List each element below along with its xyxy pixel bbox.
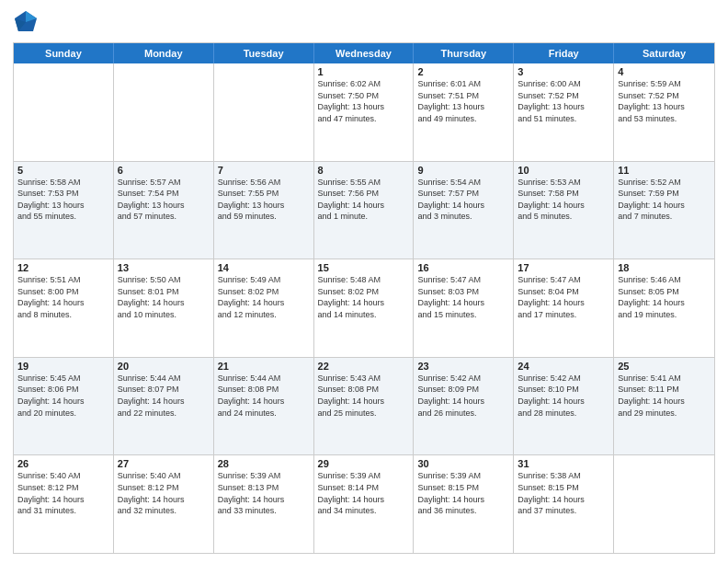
cell-info: Sunrise: 5:39 AM Sunset: 8:15 PM Dayligh… <box>417 470 509 516</box>
day-number: 13 <box>118 262 210 273</box>
header-cell-saturday: Saturday <box>614 43 714 63</box>
calendar-cell: 11Sunrise: 5:52 AM Sunset: 7:59 PM Dayli… <box>614 162 714 259</box>
cell-info: Sunrise: 5:58 AM Sunset: 7:53 PM Dayligh… <box>17 177 109 223</box>
day-number: 14 <box>218 262 310 273</box>
day-number: 28 <box>218 458 310 469</box>
cell-info: Sunrise: 5:49 AM Sunset: 8:02 PM Dayligh… <box>218 274 310 320</box>
calendar-cell: 31Sunrise: 5:38 AM Sunset: 8:15 PM Dayli… <box>514 455 614 553</box>
cell-info: Sunrise: 5:43 AM Sunset: 8:08 PM Dayligh… <box>318 373 410 419</box>
header-cell-wednesday: Wednesday <box>314 43 415 63</box>
calendar-row-4: 19Sunrise: 5:45 AM Sunset: 8:06 PM Dayli… <box>14 358 714 456</box>
cell-info: Sunrise: 5:54 AM Sunset: 7:57 PM Dayligh… <box>417 177 509 223</box>
day-number: 29 <box>318 458 410 469</box>
day-number: 16 <box>417 262 509 273</box>
calendar-cell: 14Sunrise: 5:49 AM Sunset: 8:02 PM Dayli… <box>214 259 314 357</box>
day-number: 3 <box>518 66 609 77</box>
calendar-cell: 23Sunrise: 5:42 AM Sunset: 8:09 PM Dayli… <box>414 358 514 455</box>
cell-info: Sunrise: 6:02 AM Sunset: 7:50 PM Dayligh… <box>318 78 410 124</box>
calendar-cell: 2Sunrise: 6:01 AM Sunset: 7:51 PM Daylig… <box>414 63 514 161</box>
calendar-cell: 24Sunrise: 5:42 AM Sunset: 8:10 PM Dayli… <box>514 358 614 455</box>
calendar-header-row: SundayMondayTuesdayWednesdayThursdayFrid… <box>14 43 714 63</box>
day-number: 7 <box>218 165 310 176</box>
day-number: 25 <box>618 361 711 372</box>
calendar-cell: 3Sunrise: 6:00 AM Sunset: 7:52 PM Daylig… <box>514 63 614 161</box>
calendar-cell: 19Sunrise: 5:45 AM Sunset: 8:06 PM Dayli… <box>14 358 114 455</box>
calendar-cell: 20Sunrise: 5:44 AM Sunset: 8:07 PM Dayli… <box>114 358 214 455</box>
day-number: 20 <box>118 361 210 372</box>
day-number: 12 <box>17 262 109 273</box>
day-number: 27 <box>118 458 210 469</box>
day-number: 8 <box>318 165 410 176</box>
logo-icon <box>13 9 39 35</box>
calendar-row-2: 5Sunrise: 5:58 AM Sunset: 7:53 PM Daylig… <box>14 162 714 260</box>
cell-info: Sunrise: 5:38 AM Sunset: 8:15 PM Dayligh… <box>518 470 609 516</box>
day-number: 24 <box>518 361 609 372</box>
header-cell-friday: Friday <box>514 43 614 63</box>
cell-info: Sunrise: 5:53 AM Sunset: 7:58 PM Dayligh… <box>518 177 609 223</box>
day-number: 10 <box>518 165 609 176</box>
calendar-cell: 5Sunrise: 5:58 AM Sunset: 7:53 PM Daylig… <box>14 162 114 259</box>
day-number: 1 <box>318 66 410 77</box>
calendar-row-1: 1Sunrise: 6:02 AM Sunset: 7:50 PM Daylig… <box>14 63 714 162</box>
calendar-cell <box>614 455 714 553</box>
day-number: 11 <box>618 165 711 176</box>
calendar-cell: 16Sunrise: 5:47 AM Sunset: 8:03 PM Dayli… <box>414 259 514 357</box>
cell-info: Sunrise: 5:47 AM Sunset: 8:03 PM Dayligh… <box>417 274 509 320</box>
cell-info: Sunrise: 5:39 AM Sunset: 8:14 PM Dayligh… <box>318 470 410 516</box>
cell-info: Sunrise: 5:44 AM Sunset: 8:08 PM Dayligh… <box>218 373 310 419</box>
calendar-cell: 12Sunrise: 5:51 AM Sunset: 8:00 PM Dayli… <box>14 259 114 357</box>
calendar-cell: 9Sunrise: 5:54 AM Sunset: 7:57 PM Daylig… <box>414 162 514 259</box>
calendar-cell <box>14 63 114 161</box>
calendar-cell: 10Sunrise: 5:53 AM Sunset: 7:58 PM Dayli… <box>514 162 614 259</box>
day-number: 23 <box>417 361 509 372</box>
header-cell-sunday: Sunday <box>14 43 114 63</box>
day-number: 21 <box>218 361 310 372</box>
cell-info: Sunrise: 6:01 AM Sunset: 7:51 PM Dayligh… <box>417 78 509 124</box>
day-number: 30 <box>417 458 509 469</box>
day-number: 5 <box>17 165 109 176</box>
calendar-cell: 8Sunrise: 5:55 AM Sunset: 7:56 PM Daylig… <box>314 162 415 259</box>
cell-info: Sunrise: 5:47 AM Sunset: 8:04 PM Dayligh… <box>518 274 609 320</box>
cell-info: Sunrise: 5:56 AM Sunset: 7:55 PM Dayligh… <box>218 177 310 223</box>
cell-info: Sunrise: 5:45 AM Sunset: 8:06 PM Dayligh… <box>17 373 109 419</box>
calendar-row-5: 26Sunrise: 5:40 AM Sunset: 8:12 PM Dayli… <box>14 455 714 553</box>
calendar-cell: 18Sunrise: 5:46 AM Sunset: 8:05 PM Dayli… <box>614 259 714 357</box>
cell-info: Sunrise: 5:42 AM Sunset: 8:09 PM Dayligh… <box>417 373 509 419</box>
calendar-cell: 21Sunrise: 5:44 AM Sunset: 8:08 PM Dayli… <box>214 358 314 455</box>
header-cell-thursday: Thursday <box>414 43 514 63</box>
calendar-cell: 22Sunrise: 5:43 AM Sunset: 8:08 PM Dayli… <box>314 358 415 455</box>
calendar-cell: 7Sunrise: 5:56 AM Sunset: 7:55 PM Daylig… <box>214 162 314 259</box>
day-number: 19 <box>17 361 109 372</box>
header-cell-tuesday: Tuesday <box>214 43 314 63</box>
day-number: 6 <box>118 165 210 176</box>
calendar-cell: 28Sunrise: 5:39 AM Sunset: 8:13 PM Dayli… <box>214 455 314 553</box>
calendar-cell: 25Sunrise: 5:41 AM Sunset: 8:11 PM Dayli… <box>614 358 714 455</box>
calendar-cell: 1Sunrise: 6:02 AM Sunset: 7:50 PM Daylig… <box>314 63 415 161</box>
cell-info: Sunrise: 5:52 AM Sunset: 7:59 PM Dayligh… <box>618 177 711 223</box>
day-number: 18 <box>618 262 711 273</box>
day-number: 2 <box>417 66 509 77</box>
cell-info: Sunrise: 5:39 AM Sunset: 8:13 PM Dayligh… <box>218 470 310 516</box>
day-number: 15 <box>318 262 410 273</box>
calendar-cell: 15Sunrise: 5:48 AM Sunset: 8:02 PM Dayli… <box>314 259 415 357</box>
calendar-cell: 17Sunrise: 5:47 AM Sunset: 8:04 PM Dayli… <box>514 259 614 357</box>
cell-info: Sunrise: 5:40 AM Sunset: 8:12 PM Dayligh… <box>17 470 109 516</box>
cell-info: Sunrise: 5:51 AM Sunset: 8:00 PM Dayligh… <box>17 274 109 320</box>
calendar-cell <box>214 63 314 161</box>
cell-info: Sunrise: 5:41 AM Sunset: 8:11 PM Dayligh… <box>618 373 711 419</box>
calendar-row-3: 12Sunrise: 5:51 AM Sunset: 8:00 PM Dayli… <box>14 259 714 358</box>
day-number: 4 <box>618 66 711 77</box>
day-number: 31 <box>518 458 609 469</box>
calendar: SundayMondayTuesdayWednesdayThursdayFrid… <box>13 42 715 554</box>
cell-info: Sunrise: 6:00 AM Sunset: 7:52 PM Dayligh… <box>518 78 609 124</box>
calendar-cell: 26Sunrise: 5:40 AM Sunset: 8:12 PM Dayli… <box>14 455 114 553</box>
header <box>13 9 715 35</box>
cell-info: Sunrise: 5:59 AM Sunset: 7:52 PM Dayligh… <box>618 78 711 124</box>
cell-info: Sunrise: 5:46 AM Sunset: 8:05 PM Dayligh… <box>618 274 711 320</box>
page: SundayMondayTuesdayWednesdayThursdayFrid… <box>0 0 728 563</box>
cell-info: Sunrise: 5:44 AM Sunset: 8:07 PM Dayligh… <box>118 373 210 419</box>
cell-info: Sunrise: 5:48 AM Sunset: 8:02 PM Dayligh… <box>318 274 410 320</box>
calendar-body: 1Sunrise: 6:02 AM Sunset: 7:50 PM Daylig… <box>14 63 714 553</box>
calendar-cell <box>114 63 214 161</box>
cell-info: Sunrise: 5:57 AM Sunset: 7:54 PM Dayligh… <box>118 177 210 223</box>
